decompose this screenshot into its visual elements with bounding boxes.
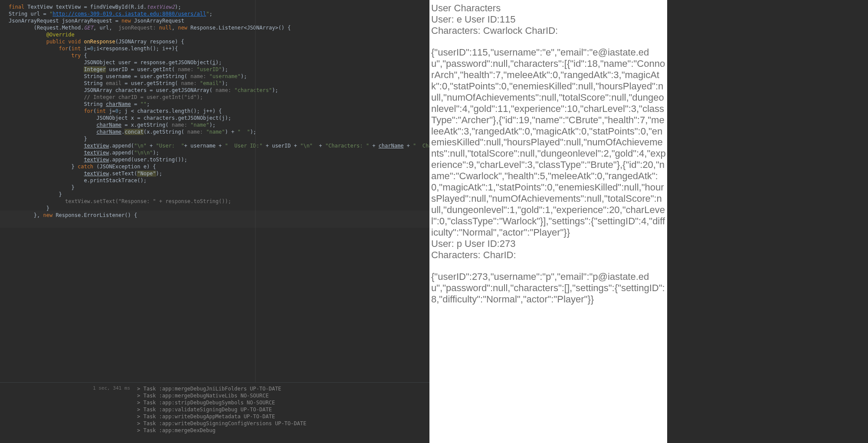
code-line[interactable]: } catch (JSONException e) {: [9, 163, 429, 170]
code-line[interactable]: for(int i=0;i<response.length(); i++){: [9, 45, 429, 52]
code-line[interactable]: }: [9, 205, 429, 212]
user1-characters: Characters: Cwarlock CharID:: [431, 25, 666, 36]
code-line[interactable]: @Override: [9, 31, 429, 38]
code-editor[interactable]: final TextView textView = findViewById(R…: [0, 0, 429, 382]
code-line[interactable]: try {: [9, 52, 429, 59]
build-task-line: > Task :app:validateSigningDebug UP-TO-D…: [137, 406, 429, 413]
code-line[interactable]: String username = user.getString( name: …: [9, 73, 429, 80]
code-line[interactable]: // Integer charID = user.getInt("id");: [9, 94, 429, 101]
code-line[interactable]: (Request.Method.GET, url, jsonRequest: n…: [9, 24, 429, 31]
android-emulator-screen[interactable]: User Characters User: e User ID:115 Char…: [429, 0, 667, 443]
code-line[interactable]: }: [9, 184, 429, 191]
build-timestamp: 1 sec, 341 ms: [0, 383, 134, 443]
code-line[interactable]: textView.setText("Response: " + response…: [9, 198, 429, 205]
user1-json: {"userID":115,"username":"e","email":"e@…: [431, 47, 666, 238]
app-title: User Characters: [431, 3, 666, 14]
build-task-line: > Task :app:writeDebugAppMetadata UP-TO-…: [137, 413, 429, 420]
build-task-line: > Task :app:mergeDebugNativeLibs NO-SOUR…: [137, 392, 429, 399]
margin-guide: [255, 0, 255, 382]
code-line[interactable]: String url = "http://coms-309-019.cs.ias…: [9, 10, 429, 17]
user2-header: User: p User ID:273: [431, 238, 666, 249]
code-line[interactable]: Integer userID = user.getInt( name: "use…: [9, 66, 429, 73]
code-line[interactable]: JSONArray characters = user.getJSONArray…: [9, 87, 429, 94]
code-line[interactable]: textView.setText("Nope");: [9, 170, 429, 177]
build-task-line: > Task :app:writeDebugSigningConfigVersi…: [137, 420, 429, 427]
code-editor-panel: final TextView textView = findViewById(R…: [0, 0, 429, 443]
code-line[interactable]: }, new Response.ErrorListener() {: [9, 212, 429, 219]
build-task-line: > Task :app:stripDebugDebugSymbols NO-SO…: [137, 399, 429, 406]
code-line[interactable]: String charName = "";: [9, 101, 429, 108]
user1-header: User: e User ID:115: [431, 14, 666, 25]
code-line[interactable]: charName.concat(x.getString( name: "name…: [9, 128, 429, 135]
code-line[interactable]: for(int j=0; j < characters.length(); j+…: [9, 108, 429, 115]
user2-characters: Characters: CharID:: [431, 249, 666, 261]
code-line[interactable]: JsonArrayRequest jsonArrayRequest = new …: [9, 17, 429, 24]
code-line[interactable]: textView.append("\n" + "User: "+ usernam…: [9, 142, 429, 149]
code-line[interactable]: final TextView textView = findViewById(R…: [9, 3, 429, 10]
code-line[interactable]: textView.append("\n\n");: [9, 149, 429, 156]
code-line[interactable]: String email = user.getString( name: "em…: [9, 80, 429, 87]
user2-json: {"userID":273,"username":"p","email":"p@…: [431, 271, 666, 305]
code-line[interactable]: JSONObject x = characters.getJSONObject(…: [9, 115, 429, 121]
code-line[interactable]: }: [9, 135, 429, 142]
build-task-list[interactable]: > Task :app:mergeDebugJniLibFolders UP-T…: [134, 383, 429, 443]
build-output-panel: 1 sec, 341 ms > Task :app:mergeDebugJniL…: [0, 382, 429, 443]
build-task-line: > Task :app:mergeDexDebug: [137, 427, 429, 434]
code-line[interactable]: charName = x.getString( name: "name");: [9, 121, 429, 128]
code-line[interactable]: }: [9, 191, 429, 198]
code-line[interactable]: public void onResponse(JSONArray respons…: [9, 38, 429, 45]
code-line[interactable]: JSONObject user = response.getJSONObject…: [9, 59, 429, 66]
code-line[interactable]: textView.append(user.toString());: [9, 156, 429, 163]
code-line[interactable]: e.printStackTrace();: [9, 177, 429, 184]
build-task-line: > Task :app:mergeDebugJniLibFolders UP-T…: [137, 385, 429, 392]
